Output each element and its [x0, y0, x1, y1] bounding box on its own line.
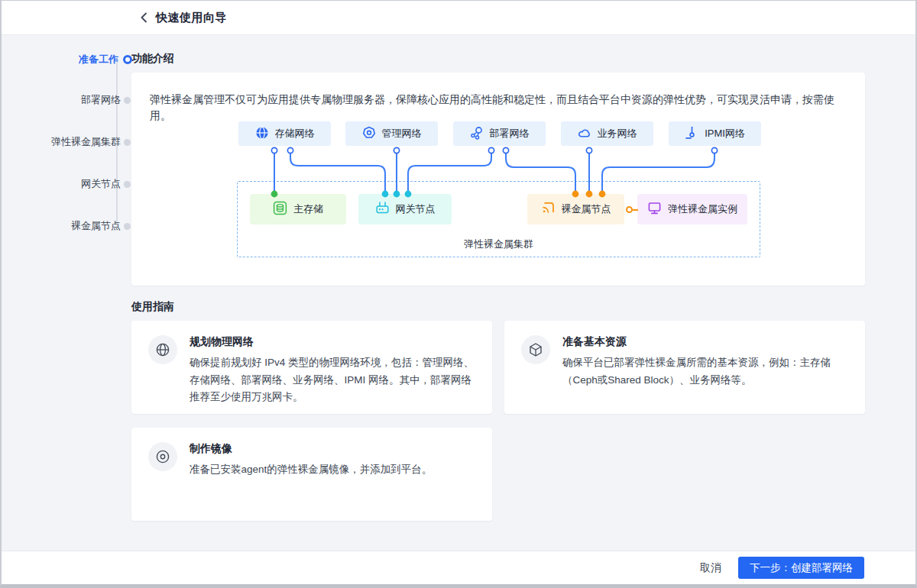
step-bare-metal-node[interactable]: 裸金属节点	[2, 218, 131, 234]
probe-network-icon	[685, 126, 698, 142]
node-link-connector-icon	[626, 206, 633, 213]
guide-card-grid: 规划物理网络 确保提前规划好 IPv4 类型的物理网络环境，包括：管理网络、存储…	[131, 321, 865, 521]
globe-outline-icon	[148, 335, 177, 364]
guide-card-title: 制作镜像	[190, 442, 432, 456]
section-title-guide: 使用指南	[131, 300, 865, 313]
step-dot	[124, 139, 131, 146]
node-chip-primary-storage: 主存储	[250, 194, 346, 225]
disc-outline-icon	[148, 442, 177, 471]
quick-start-wizard: 快速使用向导 准备工作 部署网络 弹性裸金属集群 网关节点 裸金属节点 功能介绍	[0, 0, 917, 588]
step-dot	[124, 223, 131, 230]
cluster-label: 弹性裸金属集群	[237, 237, 760, 251]
nut-network-icon	[362, 126, 376, 142]
node-chip-bare-metal-node: 裸金属节点	[527, 194, 624, 225]
wizard-stepper: 准备工作 部署网络 弹性裸金属集群 网关节点 裸金属节点	[2, 35, 131, 551]
network-label: 业务网络	[598, 127, 637, 141]
step-label: 部署网络	[81, 93, 121, 107]
guide-card-make-image: 制作镜像 准备已安装agent的弹性裸金属镜像，并添加到平台。	[131, 428, 492, 521]
guide-card-plan-network: 规划物理网络 确保提前规划好 IPv4 类型的物理网络环境，包括：管理网络、存储…	[131, 321, 492, 414]
node-label: 裸金属节点	[562, 202, 611, 216]
network-chip-ipmi: IPMI网络	[669, 121, 761, 146]
cube-outline-icon	[521, 335, 550, 364]
network-label: IPMI网络	[705, 127, 745, 141]
back-chevron-icon[interactable]	[137, 11, 151, 24]
node-chip-gateway-node: 网关节点	[358, 194, 452, 225]
node-label: 网关节点	[396, 202, 436, 216]
step-bare-metal-cluster[interactable]: 弹性裸金属集群	[2, 134, 131, 150]
node-link-line	[633, 209, 638, 211]
node-chip-bare-metal-instance: 弹性裸金属实例	[637, 194, 747, 225]
intro-description: 弹性裸金属管理不仅可为应用提供专属物理服务器，保障核心应用的高性能和稳定性，而且…	[150, 92, 850, 124]
guide-card-title: 准备基本资源	[562, 335, 847, 349]
cloud-network-icon	[578, 126, 591, 142]
feature-intro-card: 弹性裸金属管理不仅可为应用提供专属物理服务器，保障核心应用的高性能和稳定性，而且…	[131, 73, 865, 286]
step-prepare[interactable]: 准备工作	[2, 52, 131, 67]
database-icon	[273, 201, 287, 218]
bare-metal-icon	[541, 201, 556, 218]
header: 快速使用向导	[2, 1, 915, 35]
network-chip-deployment: 部署网络	[453, 121, 546, 146]
step-label: 网关节点	[81, 177, 121, 191]
guide-card-body: 准备已安装agent的弹性裸金属镜像，并添加到平台。	[190, 461, 432, 479]
network-chip-business: 业务网络	[561, 121, 653, 146]
network-label: 部署网络	[490, 127, 530, 141]
monitor-icon	[647, 201, 662, 218]
page-title: 快速使用向导	[156, 11, 227, 25]
footer-action-bar: 取消 下一步：创建部署网络	[2, 551, 915, 584]
guide-card-body: 确保提前规划好 IPv4 类型的物理网络环境，包括：管理网络、存储网络、部署网络…	[190, 354, 474, 406]
node-label: 弹性裸金属实例	[668, 202, 737, 216]
guide-card-body: 确保平台已部署弹性裸金属所需的基本资源，例如：主存储（Ceph或Shared B…	[562, 354, 847, 389]
globe-network-icon	[255, 126, 269, 142]
step-dot	[124, 181, 131, 188]
step-deploy-network[interactable]: 部署网络	[2, 92, 131, 108]
section-title-intro: 功能介绍	[131, 52, 865, 65]
next-step-button[interactable]: 下一步：创建部署网络	[738, 557, 864, 579]
step-dot	[123, 55, 132, 64]
guide-card-title: 规划物理网络	[190, 335, 474, 349]
main-panel: 功能介绍 弹性裸金属管理不仅可为应用提供专属物理服务器，保障核心应用的高性能和稳…	[131, 35, 865, 551]
step-label: 裸金属节点	[71, 219, 121, 233]
network-chip-management: 管理网络	[345, 121, 438, 146]
network-label: 存储网络	[275, 127, 315, 141]
network-label: 管理网络	[382, 127, 422, 141]
topology-network-icon	[470, 126, 484, 142]
router-icon	[375, 201, 390, 218]
network-chip-storage: 存储网络	[238, 121, 331, 146]
step-label: 弹性裸金属集群	[51, 135, 121, 149]
step-gateway-node[interactable]: 网关节点	[2, 176, 131, 192]
cancel-button[interactable]: 取消	[700, 561, 721, 575]
step-label: 准备工作	[79, 53, 118, 66]
node-label: 主存储	[293, 202, 323, 216]
guide-card-prepare-resources: 准备基本资源 确保平台已部署弹性裸金属所需的基本资源，例如：主存储（Ceph或S…	[504, 321, 865, 414]
step-dot	[124, 97, 131, 104]
